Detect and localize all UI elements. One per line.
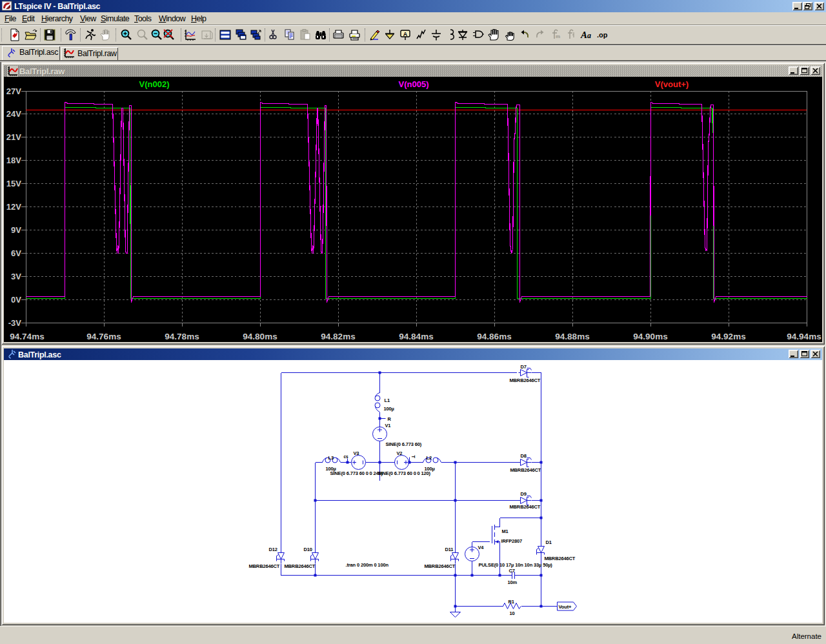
svg-text:94.84ms: 94.84ms [399,332,433,341]
svg-text:Vout+: Vout+ [559,604,572,610]
svg-text:m: m [556,34,560,39]
svg-text:C7: C7 [509,568,515,574]
svg-text:94.74ms: 94.74ms [10,332,44,341]
svg-text:.tran 0 200m 0 100n: .tran 0 200m 0 100n [346,562,389,568]
svg-text:D9: D9 [521,491,527,497]
svg-text:R1: R1 [509,599,514,605]
svg-text:-3V: -3V [8,318,22,328]
svg-text:D1: D1 [546,539,552,545]
svg-text:MBRB2646CT: MBRB2646CT [285,563,316,569]
svg-text:18V: 18V [6,156,21,165]
svg-text:94.80ms: 94.80ms [243,332,277,341]
svg-text:D12: D12 [269,547,277,552]
svg-text:D7: D7 [521,364,527,370]
svg-text:V4: V4 [478,545,485,550]
svg-text:94.92ms: 94.92ms [711,332,745,341]
svg-text:A: A [403,31,408,37]
svg-text:A: A [580,30,587,40]
svg-text:V(n002): V(n002) [139,79,170,89]
svg-text:L3: L3 [328,455,334,461]
svg-text:SINE(0 6.773 60): SINE(0 6.773 60) [386,441,422,447]
svg-text:D10: D10 [304,547,312,552]
svg-text:21V: 21V [6,132,21,142]
svg-text:V3: V3 [354,450,359,456]
svg-text:R: R [388,416,392,422]
svg-text:V2: V2 [397,450,403,456]
svg-text:0V: 0V [11,295,21,305]
svg-text:9V: 9V [11,225,21,235]
svg-text:D11: D11 [445,547,454,552]
svg-text:cs: cs [344,454,348,459]
svg-text:D8: D8 [521,453,527,459]
svg-text:a: a [587,31,591,40]
svg-text:10: 10 [510,610,515,616]
svg-text:V(n005): V(n005) [399,79,429,89]
svg-text:94.82ms: 94.82ms [321,332,355,341]
svg-text:PULSE(0 10 17µ 10n 10n 33µ 50µ: PULSE(0 10 17µ 10n 10n 33µ 50µ) [479,562,553,568]
svg-text:94.86ms: 94.86ms [477,332,511,341]
svg-text:24V: 24V [6,109,21,119]
svg-text:L2: L2 [427,455,432,461]
svg-text:12V: 12V [6,202,21,212]
svg-text:94.94ms: 94.94ms [787,332,821,341]
svg-text:94.90ms: 94.90ms [633,332,667,341]
svg-text:SINE(0 6.773 60 0 0 240): SINE(0 6.773 60 0 0 240) [330,470,383,476]
svg-text:IRFP2807: IRFP2807 [501,538,523,544]
svg-text:10m: 10m [508,579,518,585]
svg-text:V1: V1 [385,423,391,428]
svg-text:MBRB2646CT: MBRB2646CT [510,377,541,383]
svg-text:MBRB2646CT: MBRB2646CT [510,504,541,510]
svg-text:100µ: 100µ [384,406,394,412]
svg-text:MBRB2646CT: MBRB2646CT [425,563,456,569]
svg-text:T: T [410,456,416,459]
svg-text:3V: 3V [11,272,21,281]
svg-text:MBRB2646CT: MBRB2646CT [545,556,576,561]
svg-text:MBRB2646CT: MBRB2646CT [510,467,541,473]
svg-text:M1: M1 [502,528,509,534]
svg-text:L1: L1 [385,397,390,403]
svg-text:MBRB2646CT: MBRB2646CT [249,563,280,569]
svg-text:27V: 27V [6,86,21,96]
svg-text:SINE(0 6.773 60 0 0 120): SINE(0 6.773 60 0 0 120) [378,470,431,476]
svg-text:6V: 6V [11,248,21,258]
svg-text:V(vout+): V(vout+) [655,79,689,89]
svg-text:15V: 15V [6,179,21,188]
svg-text:94.76ms: 94.76ms [86,332,121,341]
svg-text:94.88ms: 94.88ms [555,332,589,341]
svg-text:94.78ms: 94.78ms [165,332,199,341]
svg-text:.op: .op [597,31,608,39]
